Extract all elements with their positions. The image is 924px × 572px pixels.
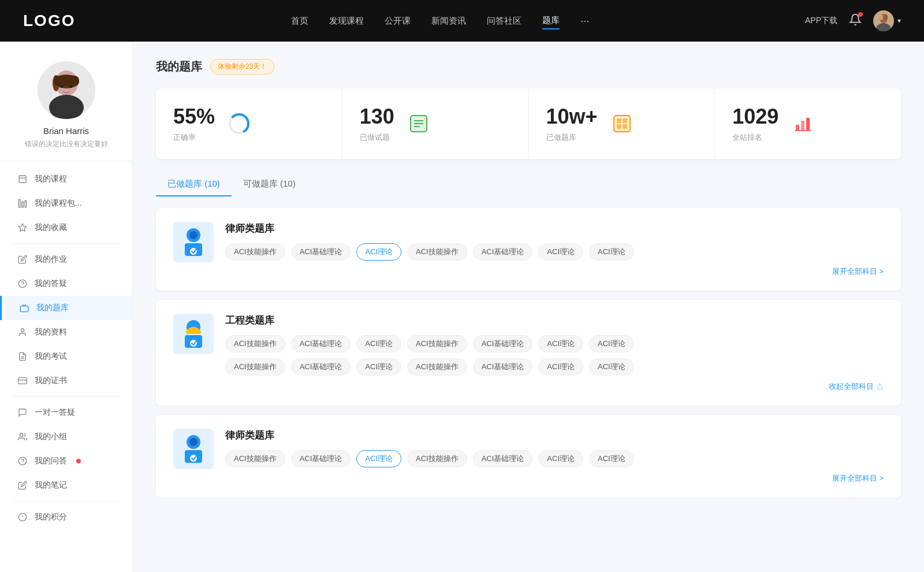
tag-2-0[interactable]: ACI技能操作 [225, 450, 285, 467]
main-layout: Brian Harris 错误的决定比没有决定要好 我的课程 我的课程包... [0, 42, 924, 572]
tag-1-2[interactable]: ACI理论 [356, 335, 401, 352]
tag-1-9[interactable]: ACI理论 [356, 358, 401, 376]
tag-2-3[interactable]: ACI技能操作 [407, 450, 467, 467]
bank-icon-engineer [173, 314, 214, 354]
tag-0-6[interactable]: ACI理论 [589, 243, 634, 261]
tag-1-8[interactable]: ACI基础理论 [291, 358, 351, 376]
tag-1-3[interactable]: ACI技能操作 [407, 335, 467, 352]
tag-1-7[interactable]: ACI技能操作 [225, 358, 285, 376]
bank-icon-lawyer-1 [173, 429, 214, 469]
tab-available-banks[interactable]: 可做题库 (10) [232, 173, 307, 196]
svg-marker-18 [18, 224, 26, 231]
tag-0-0[interactable]: ACI技能操作 [225, 243, 285, 261]
svg-rect-44 [623, 118, 627, 123]
list-icon [406, 111, 431, 136]
svg-rect-47 [796, 125, 799, 131]
collapse-link-1[interactable]: 收起全部科目 △ [225, 381, 884, 392]
bank-title-2: 律师类题库 [225, 429, 884, 442]
grid-icon [609, 111, 635, 136]
tag-2-6[interactable]: ACI理论 [589, 450, 634, 467]
menu-divider-1 [12, 243, 121, 244]
bank-icon [19, 303, 29, 313]
sidebar-item-one-on-one[interactable]: 一对一答疑 [0, 400, 132, 425]
expand-link-2[interactable]: 展开全部科目 > [225, 473, 884, 484]
trial-badge: 体验剩余23天！ [210, 59, 274, 75]
tag-1-1[interactable]: ACI基础理论 [291, 335, 351, 352]
page-header: 我的题库 体验剩余23天！ [156, 59, 901, 75]
sidebar-item-profile[interactable]: 我的资料 [0, 320, 132, 344]
tags-row-0: ACI技能操作 ACI基础理论 ACI理论 ACI技能操作 ACI基础理论 AC… [225, 243, 884, 261]
nav-discover[interactable]: 发现课程 [329, 13, 364, 29]
nav-home[interactable]: 首页 [291, 13, 308, 29]
tag-0-5[interactable]: ACI理论 [538, 243, 583, 261]
nav-news[interactable]: 新闻资讯 [431, 13, 466, 29]
tag-2-2[interactable]: ACI理论 [356, 450, 401, 467]
notification-bell[interactable] [849, 13, 862, 28]
sidebar-item-score[interactable]: 我的积分 [0, 505, 132, 529]
bank-title-0: 律师类题库 [225, 222, 884, 235]
tag-0-1[interactable]: ACI基础理论 [291, 243, 351, 261]
tag-2-5[interactable]: ACI理论 [538, 450, 583, 467]
score-icon [17, 512, 28, 522]
tag-2-1[interactable]: ACI基础理论 [291, 450, 351, 467]
svg-point-4 [884, 14, 888, 19]
qa-badge [76, 459, 81, 463]
nav-more[interactable]: ··· [580, 15, 589, 27]
chart-icon [17, 198, 28, 209]
nav-qa[interactable]: 问答社区 [487, 13, 521, 29]
sidebar-menu: 我的课程 我的课程包... 我的收藏 [0, 161, 132, 535]
tag-1-10[interactable]: ACI技能操作 [407, 358, 467, 376]
stat-done-questions: 130 已做试题 [342, 88, 529, 159]
sidebar-item-qa[interactable]: 我的答疑 [0, 272, 132, 296]
bar-chart-icon [790, 111, 815, 136]
tag-1-11[interactable]: ACI基础理论 [473, 358, 533, 376]
sidebar-item-bank[interactable]: 我的题库 [0, 296, 132, 320]
sidebar-item-course-pack[interactable]: 我的课程包... [0, 191, 132, 216]
tag-1-13[interactable]: ACI理论 [589, 358, 634, 376]
bank-icon-lawyer-0 [173, 222, 214, 262]
main-nav: 首页 发现课程 公开课 新闻资讯 问答社区 题库 ··· [291, 13, 589, 29]
tag-0-3[interactable]: ACI技能操作 [407, 243, 467, 261]
tag-2-4[interactable]: ACI基础理论 [473, 450, 533, 467]
tag-0-4[interactable]: ACI基础理论 [473, 243, 533, 261]
stat-done-banks: 10w+ 已做题库 [529, 88, 716, 159]
tag-1-4[interactable]: ACI基础理论 [473, 335, 533, 352]
expand-link-0[interactable]: 展开全部科目 > [225, 266, 884, 277]
tag-1-5[interactable]: ACI理论 [538, 335, 583, 352]
cert-icon [17, 376, 28, 386]
svg-rect-13 [19, 176, 26, 183]
svg-rect-43 [617, 118, 621, 123]
svg-rect-21 [20, 306, 28, 312]
nav-bank[interactable]: 题库 [542, 13, 560, 29]
app-download-btn[interactable]: APP下载 [805, 16, 837, 26]
sidebar-item-exam[interactable]: 我的考试 [0, 344, 132, 369]
bank-card-0: 律师类题库 ACI技能操作 ACI基础理论 ACI理论 ACI技能操作 ACI基… [156, 208, 901, 291]
tab-done-banks[interactable]: 已做题库 (10) [156, 173, 232, 196]
tags-row-1a: ACI技能操作 ACI基础理论 ACI理论 ACI技能操作 ACI基础理论 AC… [225, 335, 884, 352]
sidebar-item-group[interactable]: 我的小组 [0, 425, 132, 449]
sidebar-item-homework[interactable]: 我的作业 [0, 247, 132, 272]
tag-0-2[interactable]: ACI理论 [356, 243, 401, 261]
svg-point-3 [880, 14, 883, 20]
user-avatar-wrap[interactable]: ▾ [873, 10, 901, 31]
tag-1-12[interactable]: ACI理论 [538, 358, 583, 376]
sidebar-item-cert[interactable]: 我的证书 [0, 369, 132, 393]
tag-1-0[interactable]: ACI技能操作 [225, 335, 285, 352]
sidebar-item-my-qa[interactable]: 我的问答 [0, 449, 132, 473]
bank-header-1: 工程类题库 ACI技能操作 ACI基础理论 ACI理论 ACI技能操作 ACI基… [173, 314, 884, 392]
tags-row-1b: ACI技能操作 ACI基础理论 ACI理论 ACI技能操作 ACI基础理论 AC… [225, 358, 884, 376]
sidebar-item-courses[interactable]: 我的课程 [0, 167, 132, 191]
svg-point-11 [60, 86, 64, 88]
nav-mooc[interactable]: 公开课 [385, 13, 411, 29]
sidebar-item-notes[interactable]: 我的笔记 [0, 473, 132, 497]
sidebar-item-favorites[interactable]: 我的收藏 [0, 216, 132, 240]
stat-accuracy-value-wrap: 55% 正确率 [173, 105, 215, 143]
star-icon [17, 222, 28, 233]
user-avatar [873, 10, 894, 31]
logo[interactable]: LOGO [23, 12, 75, 30]
profile-avatar [38, 61, 95, 119]
stat-done-b-value: 10w+ [546, 105, 598, 129]
tag-1-6[interactable]: ACI理论 [589, 335, 634, 352]
stat-rank-value-wrap: 1029 全站排名 [732, 105, 778, 143]
bank-content-1: 工程类题库 ACI技能操作 ACI基础理论 ACI理论 ACI技能操作 ACI基… [225, 314, 884, 392]
